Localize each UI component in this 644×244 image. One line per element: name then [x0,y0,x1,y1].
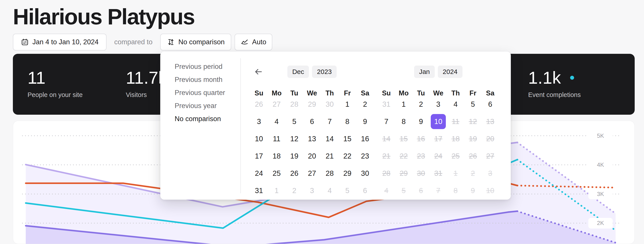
calendar-day[interactable]: 13 [303,130,321,147]
date-range-button[interactable]: Jan 4 to Jan 10, 2024 [13,34,106,50]
calendar-day[interactable]: 27 [482,147,499,165]
calendar-day[interactable]: 28 [378,165,395,182]
calendar-day[interactable]: 17 [250,147,268,165]
calendar-day[interactable]: 3 [250,113,268,130]
comparison-menu: Previous periodPrevious monthPrevious qu… [175,62,225,123]
calendar-day[interactable]: 12 [464,113,482,130]
calendar-day[interactable]: 9 [464,182,482,199]
calendar-day[interactable]: 18 [268,147,286,165]
calendar-day[interactable]: 31 [250,182,268,199]
calendar-day[interactable]: 7 [321,113,339,130]
calendar-day[interactable]: 26 [250,96,268,113]
calendar-day[interactable]: 1 [268,182,286,199]
calendar-day[interactable]: 4 [268,113,286,130]
calendar-day[interactable]: 6 [356,182,374,199]
calendar-day[interactable]: 4 [447,96,464,113]
calendar-day[interactable]: 6 [412,182,430,199]
calendar-day[interactable]: 16 [412,130,430,147]
year-pill[interactable]: 2024 [438,66,462,78]
calendar-day[interactable]: 11 [268,130,286,147]
menu-item-previous-month[interactable]: Previous month [175,75,225,84]
calendar-day[interactable]: 7 [430,182,447,199]
calendar-day[interactable]: 19 [286,147,303,165]
calendar-day[interactable]: 6 [482,96,499,113]
calendar-day[interactable]: 25 [268,165,286,182]
calendar-day[interactable]: 30 [412,165,430,182]
calendar-day[interactable]: 5 [395,182,412,199]
menu-item-no-comparison[interactable]: No comparison [175,115,225,123]
calendar-day[interactable]: 20 [482,130,499,147]
calendar-day[interactable]: 23 [356,147,374,165]
calendar-day[interactable]: 2 [412,96,430,113]
calendar-day[interactable]: 22 [338,147,356,165]
calendar-day[interactable]: 7 [378,113,395,130]
calendar-day[interactable]: 11 [447,113,464,130]
calendar-day[interactable]: 3 [482,165,499,182]
calendar-day[interactable]: 2 [286,182,303,199]
calendar-day[interactable]: 8 [395,113,412,130]
comparison-button[interactable]: No comparison [160,34,231,50]
calendar-day[interactable]: 1 [338,96,356,113]
calendar-day[interactable]: 20 [303,147,321,165]
calendar-day[interactable]: 5 [338,182,356,199]
calendar-day[interactable]: 29 [395,165,412,182]
calendar-day[interactable]: 14 [378,130,395,147]
calendar-day[interactable]: 31 [430,165,447,182]
comparison-label: No comparison [178,38,224,46]
calendar-day[interactable]: 24 [250,165,268,182]
month-pill[interactable]: Jan [414,66,434,78]
calendar-day[interactable]: 24 [430,147,447,165]
calendar-day[interactable]: 10 [482,182,499,199]
calendar-day[interactable]: 9 [412,113,430,130]
calendar-day[interactable]: 18 [447,130,464,147]
calendar-day[interactable]: 31 [378,96,395,113]
calendar-day[interactable]: 4 [321,182,339,199]
calendar-day[interactable]: 27 [303,165,321,182]
event-dot-icon [570,76,574,80]
calendar-day[interactable]: 16 [356,130,374,147]
calendar-day[interactable]: 8 [338,113,356,130]
calendar-day[interactable]: 27 [268,96,286,113]
calendar-day[interactable]: 1 [447,165,464,182]
menu-item-previous-year[interactable]: Previous year [175,101,225,110]
calendar-day[interactable]: 14 [321,130,339,147]
calendar-day[interactable]: 8 [447,182,464,199]
calendar-day[interactable]: 5 [286,113,303,130]
calendar-day[interactable]: 21 [321,147,339,165]
calendar-day[interactable]: 25 [447,147,464,165]
calendar-day[interactable]: 4 [378,182,395,199]
month-pill[interactable]: Dec [288,66,309,78]
calendar-day[interactable]: 2 [464,165,482,182]
calendar-day[interactable]: 26 [464,147,482,165]
year-pill[interactable]: 2023 [312,66,337,78]
calendar-day[interactable]: 17 [430,130,447,147]
calendar-day[interactable]: 19 [464,130,482,147]
interval-button[interactable]: Auto [234,34,272,50]
calendar-day[interactable]: 29 [303,96,321,113]
calendar-day[interactable]: 10 [430,113,447,130]
calendar-day[interactable]: 23 [412,147,430,165]
calendar-day[interactable]: 28 [286,96,303,113]
calendar-day[interactable]: 22 [395,147,412,165]
calendar-day[interactable]: 13 [482,113,499,130]
menu-item-previous-period[interactable]: Previous period [175,62,225,71]
calendar-day[interactable]: 26 [286,165,303,182]
calendar-day[interactable]: 15 [338,130,356,147]
calendar-day[interactable]: 30 [321,96,339,113]
calendar-day[interactable]: 6 [303,113,321,130]
menu-item-previous-quarter[interactable]: Previous quarter [175,88,225,97]
calendar-day[interactable]: 10 [250,130,268,147]
day-grid: 2627282930123456789101112131415161718192… [250,96,374,199]
calendar-day[interactable]: 9 [356,113,374,130]
calendar-day[interactable]: 1 [395,96,412,113]
calendar-day[interactable]: 3 [430,96,447,113]
calendar-day[interactable]: 30 [356,165,374,182]
calendar-day[interactable]: 15 [395,130,412,147]
calendar-day[interactable]: 3 [303,182,321,199]
calendar-day[interactable]: 29 [338,165,356,182]
calendar-day[interactable]: 12 [286,130,303,147]
calendar-day[interactable]: 21 [378,147,395,165]
calendar-day[interactable]: 5 [464,96,482,113]
calendar-day[interactable]: 2 [356,96,374,113]
calendar-day[interactable]: 28 [321,165,339,182]
